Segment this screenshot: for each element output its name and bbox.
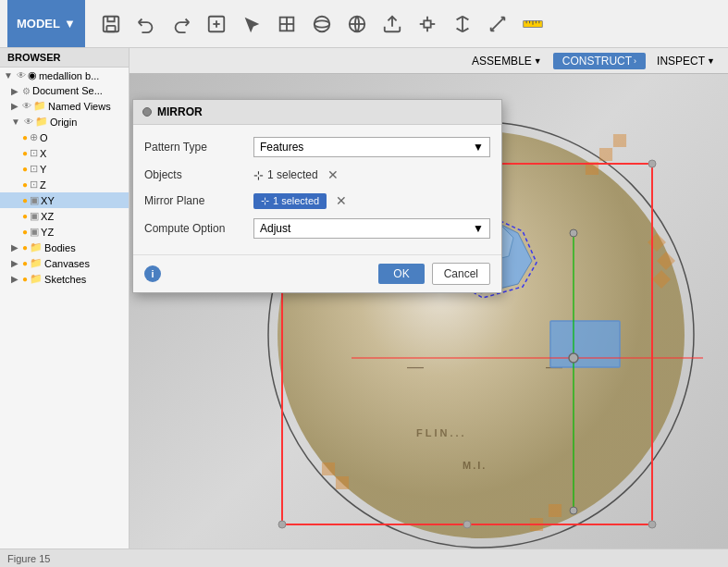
construct-label: CONSTRUCT	[562, 55, 632, 68]
xz-label: XZ	[41, 211, 54, 222]
new-button[interactable]	[202, 9, 231, 39]
inspect-label: INSPECT	[657, 55, 705, 68]
info-icon[interactable]: i	[144, 265, 161, 282]
origin-eye: 👁	[24, 117, 33, 127]
folder-named-icon: 📁	[33, 100, 46, 112]
pattern-type-label: Pattern Type	[144, 141, 246, 154]
tree-item-canvases[interactable]: ▶ ● 📁 Canvases	[0, 255, 129, 271]
mirror-button[interactable]	[448, 9, 477, 39]
o-label: O	[40, 132, 48, 143]
assemble-label: ASSEMBLE	[472, 55, 532, 68]
dialog-row-pattern-type: Pattern Type Features ▼	[133, 132, 501, 162]
folder-canvases-icon: 📁	[30, 257, 43, 269]
x-eye: ●	[22, 148, 28, 158]
folder-origin-icon: 📁	[35, 116, 48, 128]
dialog-row-mirror-plane: Mirror Plane ⊹ 1 selected ✕	[133, 188, 501, 214]
bodies-label: Bodies	[44, 242, 76, 253]
yz-eye: ●	[22, 227, 28, 237]
status-text: Figure 15	[7, 553, 50, 564]
compute-label: Compute Option	[144, 222, 246, 235]
tree-item-named-views[interactable]: ▶ 👁 📁 Named Views	[0, 98, 129, 114]
tree-item-z[interactable]: ● ⊡ Z	[0, 177, 129, 192]
o-icon: ⊕	[30, 131, 38, 143]
tree-item-xy[interactable]: ● ▣ XY	[0, 192, 129, 208]
compute-dropdown[interactable]: Adjust ▼	[253, 218, 490, 239]
objects-value: ⊹ 1 selected ✕	[253, 167, 490, 182]
yz-label: YZ	[41, 227, 54, 238]
tree-item-xz[interactable]: ● ▣ XZ	[0, 208, 129, 224]
y-eye: ●	[22, 164, 28, 174]
svg-text:M.I.: M.I.	[463, 460, 487, 471]
tree-item-root[interactable]: ▼ 👁 ◉ medallion b...	[0, 68, 129, 83]
pattern-type-dropdown[interactable]: Features ▼	[253, 137, 490, 157]
expand-arrow-sketches: ▶	[11, 274, 19, 284]
sketch-button[interactable]	[272, 9, 302, 39]
globe-button[interactable]	[342, 9, 372, 39]
top-toolbar: MODEL ▼	[0, 0, 728, 48]
toolbar-icons	[85, 9, 721, 39]
tree-item-bodies[interactable]: ▶ ● 📁 Bodies	[0, 240, 129, 255]
ruler-button[interactable]	[518, 9, 548, 39]
expand-arrow-origin: ▼	[11, 117, 20, 127]
yz-icon: ▣	[30, 226, 39, 238]
construct-menu[interactable]: CONSTRUCT ›	[553, 53, 646, 69]
construct-chevron: ›	[634, 56, 636, 66]
svg-point-58	[570, 507, 577, 514]
tree-item-y[interactable]: ● ⊡ Y	[0, 161, 129, 177]
model-arrow: ▼	[64, 17, 76, 31]
right-menubar: ASSEMBLE ▼ CONSTRUCT › INSPECT ▼	[130, 48, 728, 74]
main-viewport[interactable]: FACTORY FLIN... M.I. — —	[130, 48, 728, 549]
svg-point-56	[569, 353, 578, 363]
doc-eye: ⚙	[22, 86, 31, 96]
pattern-type-value: Features ▼	[253, 137, 490, 157]
svg-text:FLIN...: FLIN...	[416, 427, 467, 438]
tree-item-o[interactable]: ● ⊕ O	[0, 129, 129, 145]
save-icon-button[interactable]	[96, 9, 126, 39]
model-label: MODEL	[17, 17, 60, 31]
mirror-plane-clear-button[interactable]: ✕	[332, 193, 351, 208]
svg-text:—: —	[407, 357, 424, 376]
tree-item-doc-settings[interactable]: ▶ ⚙ Document Se...	[0, 83, 129, 98]
xy-icon: ▣	[30, 194, 39, 206]
root-label: medallion b...	[39, 70, 99, 81]
measure-button[interactable]	[483, 9, 512, 39]
xy-label: XY	[41, 195, 55, 206]
pattern-type-arrow: ▼	[473, 141, 484, 154]
assemble-chevron: ▼	[534, 56, 542, 66]
transform-button[interactable]	[413, 9, 442, 39]
inspect-chevron: ▼	[707, 56, 715, 66]
browser-panel: BROWSER ▼ 👁 ◉ medallion b... ▶ ⚙ Documen…	[0, 48, 130, 549]
mirror-dialog: MIRROR Pattern Type Features ▼ Objects ⊹	[132, 99, 502, 293]
tree-item-origin[interactable]: ▼ 👁 📁 Origin	[0, 114, 129, 129]
ok-button[interactable]: OK	[378, 264, 424, 284]
inspect-menu[interactable]: INSPECT ▼	[648, 53, 724, 69]
mirror-plane-label: Mirror Plane	[144, 194, 246, 207]
undo-button[interactable]	[131, 9, 161, 39]
sphere-button[interactable]	[307, 9, 337, 39]
objects-selected-text: 1 selected	[267, 168, 318, 181]
redo-button[interactable]	[167, 9, 196, 39]
cancel-button[interactable]: Cancel	[432, 263, 490, 285]
objects-clear-button[interactable]: ✕	[324, 167, 342, 182]
expand-arrow-root: ▼	[4, 70, 13, 80]
export-button[interactable]	[377, 9, 407, 39]
svg-point-57	[570, 229, 577, 237]
status-bar: Figure 15	[0, 549, 728, 567]
sketches-label: Sketches	[44, 274, 86, 285]
tree-item-sketches[interactable]: ▶ ● 📁 Sketches	[0, 271, 129, 287]
tree-item-x[interactable]: ● ⊡ X	[0, 145, 129, 161]
assemble-menu[interactable]: ASSEMBLE ▼	[463, 53, 551, 69]
dialog-footer: i OK Cancel	[133, 254, 501, 292]
dialog-title: MIRROR	[157, 105, 203, 118]
model-menu-button[interactable]: MODEL ▼	[7, 0, 85, 47]
tree-item-yz[interactable]: ● ▣ YZ	[0, 224, 129, 240]
named-eye: 👁	[22, 101, 31, 111]
objects-selected: ⊹ 1 selected	[253, 168, 318, 182]
cursor-tool-button[interactable]	[237, 9, 266, 39]
mirror-plane-selected[interactable]: ⊹ 1 selected	[253, 193, 327, 209]
z-icon: ⊡	[30, 179, 38, 191]
z-eye: ●	[22, 179, 28, 190]
y-icon: ⊡	[30, 163, 38, 175]
compute-text: Adjust	[260, 222, 290, 235]
svg-point-63	[648, 521, 656, 528]
